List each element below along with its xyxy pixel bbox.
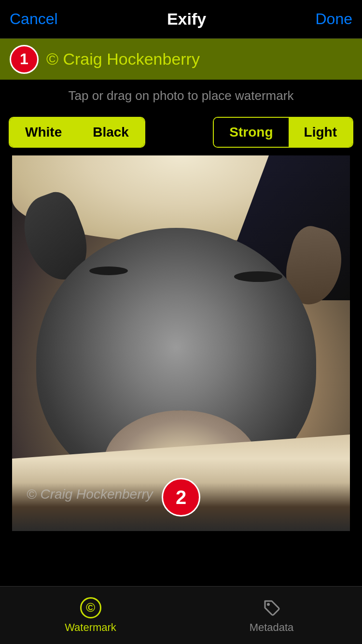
photo-container[interactable]: © Craig Hockenberry 2 xyxy=(12,155,350,531)
watermark-tab-label: Watermark xyxy=(65,621,116,634)
metadata-tab-label: Metadata xyxy=(250,621,294,634)
page-title: Exify xyxy=(167,10,206,28)
watermark-tab-icon: © xyxy=(80,597,101,618)
nav-bar: Cancel Exify Done xyxy=(0,0,362,39)
watermark-text-field[interactable] xyxy=(46,50,352,69)
step-1-badge: 1 xyxy=(10,45,39,74)
tab-metadata[interactable]: Metadata xyxy=(181,597,362,634)
photo-watermark-overlay: © Craig Hockenberry xyxy=(27,487,153,502)
tab-bar: © Watermark Metadata xyxy=(0,586,362,644)
step-2-badge: 2 xyxy=(162,478,200,517)
opacity-toggle-group: Strong Light xyxy=(213,117,353,148)
photo-image xyxy=(12,155,350,531)
light-toggle-button[interactable]: Light xyxy=(289,118,352,147)
toggle-row: White Black Strong Light xyxy=(0,112,362,155)
svg-point-0 xyxy=(267,603,270,606)
color-toggle-group: White Black xyxy=(9,117,145,148)
done-button[interactable]: Done xyxy=(316,10,353,28)
watermark-input-area: 1 xyxy=(0,39,362,80)
cancel-button[interactable]: Cancel xyxy=(10,10,58,28)
strong-toggle-button[interactable]: Strong xyxy=(214,118,288,147)
metadata-tab-icon xyxy=(261,597,282,618)
black-toggle-button[interactable]: Black xyxy=(77,118,144,147)
tab-watermark[interactable]: © Watermark xyxy=(0,597,181,634)
white-toggle-button[interactable]: White xyxy=(10,118,77,147)
instruction-text: Tap or drag on photo to place watermark xyxy=(0,80,362,112)
